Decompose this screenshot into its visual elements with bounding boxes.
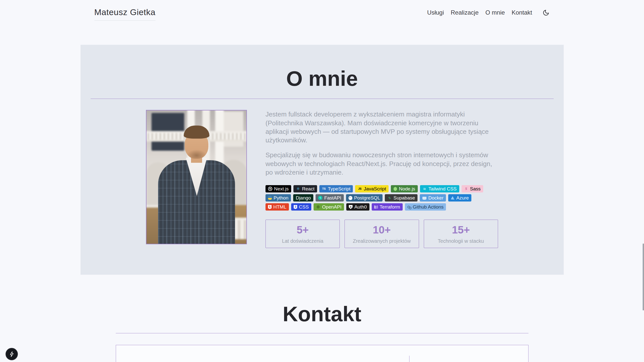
- tailwind-icon: ≈: [423, 187, 427, 191]
- contact-card-right: [409, 345, 528, 362]
- javascript-icon: JS: [358, 187, 362, 191]
- tech-badge-tailwind: ≈ Tailwind CSS: [420, 185, 459, 192]
- stat-card: 15+ Technologii w stacku: [424, 220, 498, 248]
- badge-label: CSS: [299, 205, 309, 209]
- python-icon: [268, 196, 272, 200]
- tech-badge-html: 5 HTML: [266, 203, 289, 211]
- tech-badge-django: Django: [293, 194, 313, 202]
- about-row: Jestem fullstack developerem z wykształc…: [91, 110, 554, 248]
- nextjs-icon: N: [268, 187, 272, 191]
- theme-toggle-button[interactable]: [542, 9, 550, 16]
- badge-label: Azure: [456, 195, 469, 200]
- badge-label: Github Actions: [413, 205, 444, 209]
- person-hair: [184, 126, 209, 139]
- github-actions-icon: [407, 206, 410, 208]
- stat-label: Technologii w stacku: [438, 238, 484, 244]
- badge-label: PostgreSQL: [354, 195, 380, 200]
- badge-label: Supabase: [393, 195, 415, 200]
- contact-title-divider: [116, 333, 528, 333]
- tech-badge-typescript: TS TypeScript: [319, 185, 353, 192]
- nav-item-uslugi[interactable]: Usługi: [427, 9, 444, 16]
- tech-badges: N Next.js ⚛ React TS TypeScript JS JavaS…: [266, 185, 495, 211]
- stats-row: 5+ Lat doświadczenia 10+ Zrealizowanych …: [266, 220, 498, 248]
- sass-icon: S: [464, 187, 468, 191]
- tech-badge-postgresql: PostgreSQL: [346, 194, 383, 202]
- nav-item-realizacje[interactable]: Realizacje: [451, 9, 479, 16]
- badge-label: React: [302, 186, 315, 191]
- react-icon: ⚛: [296, 187, 300, 191]
- badge-label: Docker: [428, 195, 443, 200]
- nav-item-kontakt[interactable]: Kontakt: [512, 9, 532, 16]
- tech-badge-supabase: ϟ Supabase: [385, 194, 418, 202]
- stat-card: 10+ Zrealizowanych projektów: [345, 220, 419, 248]
- contact-section: Kontakt Masz pomysł na projekt? Napisz d…: [0, 303, 644, 362]
- tech-badge-nodejs: Node.js: [391, 185, 418, 192]
- html-icon: 5: [268, 205, 272, 209]
- badge-label: Auth0: [354, 205, 367, 209]
- site-header: Mateusz Gietka UsługiRealizacjeO mnieKon…: [0, 0, 644, 25]
- badge-label: Sass: [470, 186, 481, 191]
- badge-label: FastAPI: [324, 195, 341, 200]
- moon-icon: [543, 9, 549, 16]
- stat-value: 5+: [297, 224, 309, 236]
- stat-label: Lat doświadczenia: [282, 238, 323, 244]
- main-nav: UsługiRealizacjeO mnieKontakt: [427, 9, 550, 16]
- tech-badge-css: 3 CSS: [291, 203, 311, 211]
- nav-links: UsługiRealizacjeO mnieKontakt: [427, 9, 532, 16]
- badge-label: Tailwind CSS: [429, 186, 457, 191]
- supabase-icon: ϟ: [387, 196, 392, 200]
- contact-card: Masz pomysł na projekt? Napisz do mnie: [116, 345, 528, 362]
- profile-photo: [146, 110, 247, 244]
- badge-label: Node.js: [399, 186, 415, 191]
- contact-title: Kontakt: [0, 303, 644, 325]
- tech-badge-javascript: JS JavaScript: [355, 185, 389, 192]
- docker-icon: [422, 197, 427, 200]
- tech-badge-docker: Docker: [420, 194, 446, 202]
- page: { "colors": { "accent": "#9b7fc7", "page…: [0, 0, 644, 362]
- badge-label: Python: [274, 195, 288, 200]
- css-icon: 3: [294, 205, 297, 209]
- about-title-divider: [91, 99, 554, 99]
- stat-label: Zrealizowanych projektów: [353, 238, 411, 244]
- scrollbar-thumb[interactable]: [643, 244, 644, 310]
- contact-card-left: Masz pomysł na projekt? Napisz do mnie: [116, 345, 409, 362]
- badge-label: Terraform: [380, 205, 400, 209]
- about-title: O mnie: [91, 67, 554, 90]
- stat-value: 15+: [452, 224, 470, 236]
- badge-label: HTML: [273, 205, 286, 209]
- header-inner: Mateusz Gietka UsługiRealizacjeO mnieKon…: [94, 0, 550, 25]
- nav-item-o-mnie[interactable]: O mnie: [485, 9, 505, 16]
- lightning-icon: [9, 351, 15, 357]
- openapi-icon: ⚙: [316, 205, 320, 209]
- about-section: O mnie: [81, 45, 564, 275]
- badge-label: JavaScript: [364, 186, 386, 191]
- typescript-icon: TS: [322, 187, 326, 191]
- contact-cta-text: Masz pomysł na projekt?: [131, 361, 256, 362]
- tech-badge-fastapi: ϟ FastAPI: [316, 194, 344, 202]
- tech-badge-nextjs: N Next.js: [266, 185, 291, 192]
- badge-label: TypeScript: [328, 186, 351, 191]
- brand-link[interactable]: Mateusz Gietka: [94, 7, 156, 21]
- tech-badge-auth0: ★ Auth0: [346, 203, 369, 211]
- dev-toolbar-button[interactable]: [6, 348, 18, 360]
- azure-icon: [451, 196, 454, 200]
- auth0-icon: ★: [349, 205, 353, 209]
- nodejs-icon: [393, 187, 397, 191]
- stat-value: 10+: [373, 224, 391, 236]
- badge-label: Django: [296, 195, 311, 200]
- tech-badge-sass: S Sass: [462, 185, 483, 192]
- about-paragraph-2: Specjalizuję się w budowaniu nowoczesnyc…: [266, 151, 498, 177]
- badge-label: OpenAPI: [322, 205, 342, 209]
- tech-badge-python: Python: [266, 194, 291, 202]
- postgresql-icon: [349, 196, 352, 200]
- contact-cta: Masz pomysł na projekt? Napisz do mnie: [131, 361, 395, 362]
- tech-badge-react: ⚛ React: [293, 185, 317, 192]
- about-text-column: Jestem fullstack developerem z wykształc…: [266, 110, 498, 248]
- tech-badge-github-actions: Github Actions: [405, 203, 446, 211]
- stat-card: 5+ Lat doświadczenia: [266, 220, 340, 248]
- fastapi-icon: ϟ: [318, 196, 322, 200]
- person-figure: [146, 110, 246, 244]
- contact-cta-link[interactable]: Napisz do mnie: [256, 361, 332, 362]
- about-paragraph-1: Jestem fullstack developerem z wykształc…: [266, 110, 498, 144]
- tech-badge-azure: Azure: [448, 194, 471, 202]
